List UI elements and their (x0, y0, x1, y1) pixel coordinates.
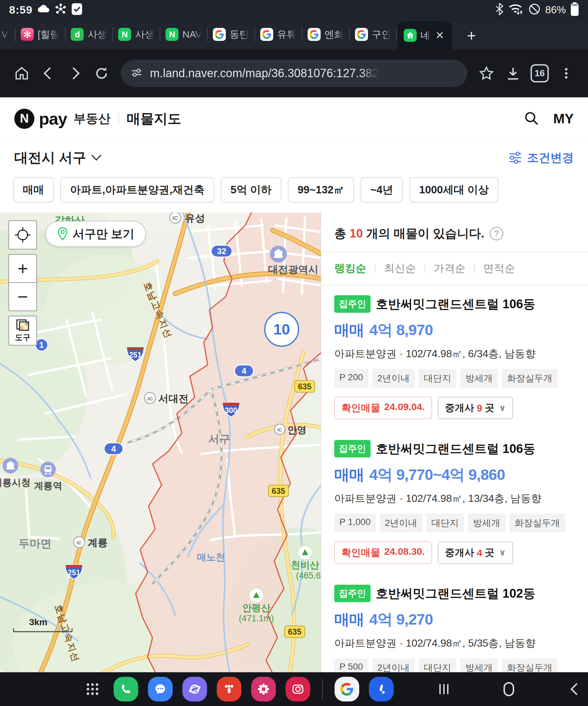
complex-name: 호반써밋그랜드센트럴 102동 (376, 585, 536, 602)
bookmark-star-button[interactable] (474, 61, 499, 85)
url-text[interactable]: m.land.naver.com/map/36.3081076:127.382 (150, 67, 379, 80)
agent-count-dropdown[interactable]: 중개사9곳∨ (438, 397, 513, 419)
flower-app-icon[interactable] (251, 677, 276, 701)
filter-chip-price[interactable]: 5억 이하 (221, 177, 281, 202)
map-tools-button[interactable]: 도구 (8, 316, 37, 346)
weather-cloud-icon (37, 4, 50, 15)
sort-newest[interactable]: 최신순 (384, 261, 416, 276)
app-drawer-button[interactable] (81, 678, 104, 701)
complex-name: 호반써밋그랜드센트럴 106동 (376, 441, 536, 457)
map-label-dumamyeon: 두마면 (18, 537, 51, 550)
zoom-out-button[interactable]: − (9, 283, 36, 311)
clock: 8:59 (9, 4, 33, 16)
tab-naver-land-active[interactable]: 네 ✕ (397, 22, 452, 49)
tab-google-yen[interactable]: 엔화 (303, 19, 349, 49)
tab-google-jobs[interactable]: 구인 (350, 19, 397, 49)
tistory-app-icon[interactable] (217, 677, 241, 701)
owner-badge: 집주인 (334, 585, 370, 602)
filter-chip-type[interactable]: 아파트,아파트분양권,재건축 (61, 177, 214, 202)
listing-card[interactable]: 집주인 호반써밋그랜드센트럴 106동 매매4억 8,970 아파트분양권 · … (321, 285, 588, 430)
tab-daum[interactable]: d사생 (66, 19, 112, 49)
new-tab-button[interactable]: + (461, 28, 482, 43)
svg-text:10: 10 (273, 321, 290, 338)
tab-google-youtube[interactable]: 유튜 (255, 19, 302, 49)
my-menu[interactable]: MY (553, 111, 574, 126)
page-title: 매물지도 (127, 110, 182, 128)
samsung-internet-app-icon[interactable] (182, 677, 207, 701)
map-label-cheonbisan: 천비산 (291, 560, 319, 570)
agent-count-dropdown[interactable]: 중개사4곳∨ (438, 542, 513, 564)
camera-app-icon[interactable] (285, 677, 310, 701)
battery-icon (571, 2, 579, 17)
filter-chip-households[interactable]: 1000세대 이상 (409, 177, 499, 202)
bluetooth-icon (495, 3, 504, 17)
download-button[interactable] (501, 61, 525, 85)
listing-info: 아파트분양권 · 102/74.98㎡, 6/34층, 남동향 (334, 347, 575, 361)
home-button[interactable] (10, 61, 34, 85)
header-divider (118, 112, 119, 125)
interruption-blocked-icon (528, 3, 541, 16)
tab-partial[interactable]: V (0, 19, 15, 49)
tag-row: P 500 2년이내 대단지 방세개 화장실두개 (334, 658, 575, 672)
listing-panel[interactable]: 총 10 개의 매물이 있습니다. ? 랭킹순 최신순 가격순 면적순 (321, 212, 588, 672)
google-app-icon[interactable] (335, 677, 359, 701)
forward-button[interactable] (63, 61, 87, 85)
svg-text:635: 635 (272, 486, 285, 496)
sort-area[interactable]: 면적순 (483, 261, 515, 276)
region-selector[interactable]: 대전시 서구 (14, 149, 102, 167)
reload-button[interactable] (89, 61, 114, 85)
close-tab-icon[interactable]: ✕ (434, 29, 445, 42)
naver-pay-logo[interactable]: N pay 부동산 (14, 109, 111, 129)
back-nav-button[interactable] (562, 678, 585, 701)
map-label-yuseong: 유성 (185, 212, 205, 224)
confirmed-listing-box: 확인매물24.08.30. (334, 542, 432, 564)
complex-name: 호반써밋그랜드센트럴 106동 (376, 296, 536, 312)
status-bar: 8:59 86% (0, 0, 588, 19)
url-bar[interactable]: m.land.naver.com/map/36.3081076:127.382 (121, 60, 467, 87)
google-favicon (213, 28, 226, 41)
messages-app-icon[interactable] (148, 677, 173, 701)
site-settings-icon[interactable] (130, 67, 143, 80)
device-screen: 8:59 86% V ✻[힐링 d사생 N사생 NNAV 동탄 유튜 엔화 구인 (0, 0, 588, 706)
map-label-seogu: 서구 (208, 433, 230, 445)
owner-badge: 집주인 (334, 295, 370, 313)
phone-app-icon[interactable] (114, 677, 138, 701)
checkbox-notification-icon (71, 3, 82, 17)
locate-me-button[interactable] (8, 220, 37, 249)
sort-ranking[interactable]: 랭킹순 (334, 261, 366, 276)
tab-google-dongtan[interactable]: 동탄 (208, 19, 254, 49)
help-icon[interactable]: ? (490, 227, 503, 240)
search-icon[interactable] (523, 110, 539, 127)
tab-naver-1[interactable]: N사생 (113, 19, 160, 49)
filter-chip-age[interactable]: ~4년 (360, 177, 403, 202)
menu-kebab-button[interactable] (554, 61, 578, 85)
back-button[interactable] (36, 61, 61, 85)
location-pin-icon (57, 227, 68, 241)
filter-chip-trade[interactable]: 매매 (13, 177, 54, 202)
crosshair-icon (14, 227, 31, 243)
map-canvas[interactable]: 갑하산 (468.7m) IC 유성 32 대전광역시 호남고속지선 10 25… (0, 212, 321, 672)
tab-switcher-button[interactable]: 16 (527, 61, 552, 85)
district-only-toggle[interactable]: 서구만 보기 (45, 221, 146, 247)
map-label-seodaejeon: 서대전 (158, 393, 189, 404)
layers-icon (15, 319, 30, 331)
tag-row: P 1,000 2년이내 대단지 방세개 화장실두개 (334, 514, 575, 533)
listing-card[interactable]: 집주인 호반써밋그랜드센트럴 102동 매매4억 9,270 아파트분양권 · … (321, 575, 588, 672)
svg-text:IC: IC (277, 427, 282, 432)
map-label-daejeon: 대전광역시 (268, 264, 318, 275)
map-pane[interactable]: 갑하산 (468.7m) IC 유성 32 대전광역시 호남고속지선 10 25… (0, 212, 321, 672)
filter-chip-area[interactable]: 99~132㎡ (288, 177, 354, 202)
listing-card[interactable]: 집주인 호반써밋그랜드센트럴 106동 매매4억 9,770~4억 9,860 … (321, 430, 588, 575)
change-conditions-button[interactable]: 조건변경 (508, 150, 574, 166)
blue-finance-app-icon[interactable] (369, 677, 394, 701)
home-nav-button[interactable] (498, 678, 520, 701)
tab-healing[interactable]: ✻[힐링 (15, 19, 65, 49)
map-label-gyeryong: 계룡 (88, 537, 108, 548)
sort-price[interactable]: 가격순 (434, 261, 466, 276)
recent-apps-button[interactable] (433, 678, 455, 701)
tab-naver-2[interactable]: NNAV (160, 19, 207, 49)
chevron-down-icon: ∨ (499, 548, 506, 558)
zoom-in-button[interactable]: + (9, 255, 36, 282)
dock-divider (322, 679, 323, 700)
svg-text:IC: IC (77, 540, 82, 545)
